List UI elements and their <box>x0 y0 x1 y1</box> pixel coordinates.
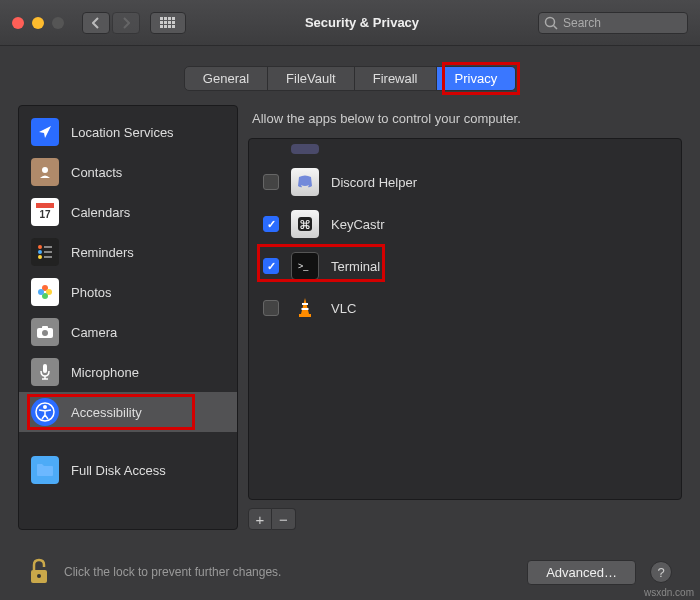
svg-rect-20 <box>44 251 52 253</box>
permission-checkbox[interactable] <box>263 174 279 190</box>
svg-rect-10 <box>168 25 171 28</box>
svg-rect-6 <box>168 21 171 24</box>
camera-icon <box>31 318 59 346</box>
svg-rect-18 <box>44 246 52 248</box>
minimize-window-button[interactable] <box>32 17 44 29</box>
app-permission-list[interactable]: Discord Helper ✓ ⌘ KeyCastr ✓ >_ Termina… <box>248 138 682 500</box>
svg-rect-1 <box>164 17 167 20</box>
svg-rect-28 <box>42 326 48 329</box>
sidebar-item-label: Reminders <box>71 245 134 260</box>
watermark: wsxdn.com <box>644 587 694 598</box>
search-icon <box>544 16 558 30</box>
advanced-button[interactable]: Advanced… <box>527 560 636 585</box>
sidebar-item-label: Contacts <box>71 165 122 180</box>
search-input[interactable] <box>538 12 688 34</box>
contacts-icon <box>31 158 59 186</box>
svg-point-14 <box>42 167 48 173</box>
tab-filevault[interactable]: FileVault <box>268 67 355 90</box>
sidebar-item-label: Microphone <box>71 365 139 380</box>
permission-checkbox[interactable]: ✓ <box>263 216 279 232</box>
sidebar-item-label: Calendars <box>71 205 130 220</box>
calendar-icon: 17 <box>31 198 59 226</box>
remove-app-button[interactable]: − <box>272 508 296 530</box>
svg-point-17 <box>38 245 42 249</box>
sidebar-item-calendars[interactable]: 17 Calendars <box>19 192 237 232</box>
folder-icon <box>31 456 59 484</box>
sidebar-item-contacts[interactable]: Contacts <box>19 152 237 192</box>
sidebar-item-label: Accessibility <box>71 405 142 420</box>
app-icon <box>291 144 319 154</box>
app-name: KeyCastr <box>331 217 384 232</box>
window-title: Security & Privacy <box>196 15 528 30</box>
sidebar-item-accessibility[interactable]: Accessibility <box>19 392 237 432</box>
tab-privacy[interactable]: Privacy <box>437 67 516 90</box>
sidebar-item-label: Camera <box>71 325 117 340</box>
svg-rect-3 <box>172 17 175 20</box>
svg-text:⌘: ⌘ <box>299 218 311 232</box>
lock-icon[interactable] <box>28 558 50 586</box>
close-window-button[interactable] <box>12 17 24 29</box>
svg-line-13 <box>554 25 558 29</box>
list-item[interactable] <box>249 143 681 161</box>
sidebar-item-location[interactable]: Location Services <box>19 112 237 152</box>
svg-rect-11 <box>172 25 175 28</box>
app-name: Terminal <box>331 259 380 274</box>
svg-rect-8 <box>160 25 163 28</box>
show-all-button[interactable] <box>150 12 186 34</box>
privacy-category-sidebar[interactable]: Location Services Contacts 17 Calendars … <box>18 105 238 530</box>
svg-text:17: 17 <box>39 209 51 220</box>
sidebar-item-photos[interactable]: Photos <box>19 272 237 312</box>
svg-point-26 <box>38 289 44 295</box>
chevron-right-icon <box>122 17 130 29</box>
svg-point-21 <box>38 255 42 259</box>
preferences-window: Security & Privacy General FileVault Fir… <box>0 0 700 600</box>
zoom-window-button[interactable] <box>52 17 64 29</box>
search-field[interactable] <box>538 12 688 34</box>
svg-rect-39 <box>302 308 309 310</box>
list-item[interactable]: ✓ ⌘ KeyCastr <box>249 203 681 245</box>
discord-icon <box>291 168 319 196</box>
photos-icon <box>31 278 59 306</box>
sidebar-item-label: Full Disk Access <box>71 463 166 478</box>
help-button[interactable]: ? <box>650 561 672 583</box>
list-item[interactable]: Discord Helper <box>249 161 681 203</box>
svg-rect-22 <box>44 256 52 258</box>
app-name: VLC <box>331 301 356 316</box>
svg-rect-30 <box>43 364 47 373</box>
sidebar-item-full-disk[interactable]: Full Disk Access <box>19 450 237 490</box>
back-button[interactable] <box>82 12 110 34</box>
permission-checkbox[interactable] <box>263 300 279 316</box>
svg-point-34 <box>43 405 47 409</box>
reminders-icon <box>31 238 59 266</box>
location-icon <box>31 118 59 146</box>
permission-checkbox[interactable]: ✓ <box>263 258 279 274</box>
svg-point-42 <box>37 574 41 578</box>
sidebar-item-camera[interactable]: Camera <box>19 312 237 352</box>
app-name: Discord Helper <box>331 175 417 190</box>
svg-point-19 <box>38 250 42 254</box>
svg-rect-40 <box>299 314 311 317</box>
lock-hint-text: Click the lock to prevent further change… <box>64 565 513 579</box>
tab-bar: General FileVault Firewall Privacy <box>0 46 700 105</box>
terminal-icon: >_ <box>291 252 319 280</box>
svg-rect-9 <box>164 25 167 28</box>
add-app-button[interactable]: + <box>248 508 272 530</box>
tab-firewall[interactable]: Firewall <box>355 67 437 90</box>
traffic-lights <box>12 17 64 29</box>
vlc-icon <box>291 294 319 322</box>
footer: Click the lock to prevent further change… <box>0 544 700 600</box>
grid-icon <box>160 17 176 29</box>
forward-button[interactable] <box>112 12 140 34</box>
list-item[interactable]: VLC <box>249 287 681 329</box>
sidebar-item-microphone[interactable]: Microphone <box>19 352 237 392</box>
instruction-text: Allow the apps below to control your com… <box>248 105 682 138</box>
svg-text:>_: >_ <box>298 261 309 271</box>
svg-point-12 <box>546 17 555 26</box>
titlebar: Security & Privacy <box>0 0 700 46</box>
accessibility-icon <box>31 398 59 426</box>
svg-rect-15 <box>36 203 54 208</box>
main-panel: Allow the apps below to control your com… <box>248 105 682 530</box>
sidebar-item-reminders[interactable]: Reminders <box>19 232 237 272</box>
tab-general[interactable]: General <box>185 67 268 90</box>
list-item[interactable]: ✓ >_ Terminal <box>249 245 681 287</box>
